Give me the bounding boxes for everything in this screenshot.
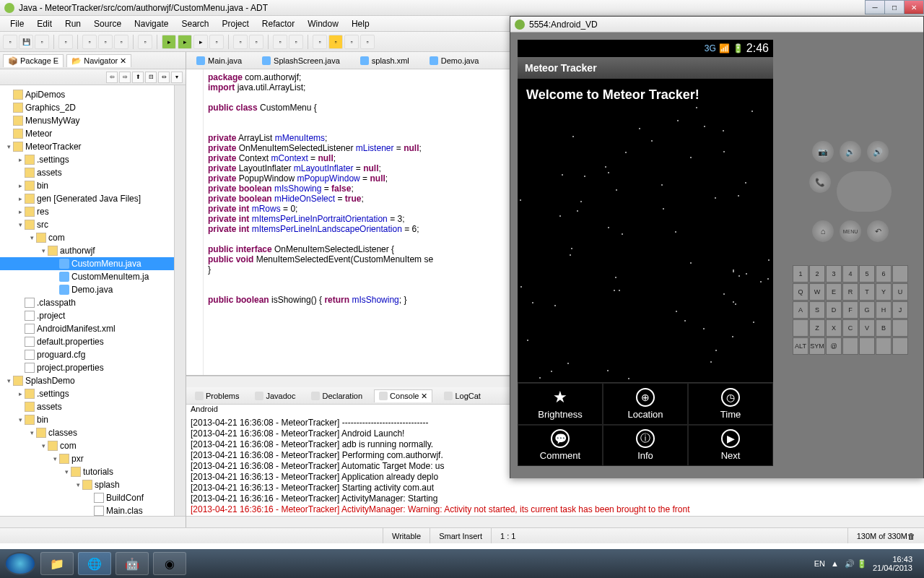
key[interactable] <box>876 337 892 355</box>
close-button[interactable]: ✕ <box>904 0 924 14</box>
tree-item[interactable]: ApiDemos <box>0 88 186 101</box>
cap-button[interactable]: ▫ <box>360 35 375 49</box>
tree-item[interactable]: ▾splash <box>0 478 186 491</box>
tree-item[interactable]: .classpath <box>0 296 186 309</box>
run-last-button[interactable]: ▸ <box>193 35 208 49</box>
key[interactable]: A <box>793 301 808 319</box>
key[interactable]: V <box>859 319 875 337</box>
key[interactable]: F <box>842 301 858 319</box>
tree-item[interactable]: CustomMenuItem.ja <box>0 270 186 283</box>
call-button[interactable]: 📞 <box>809 171 831 193</box>
minimize-button[interactable]: ─ <box>865 0 885 14</box>
back-button[interactable]: ⇦ <box>106 72 118 83</box>
emulator-screen[interactable]: 3G 📶 🔋 2:46 Meteor Tracker Welcome to Me… <box>518 40 773 466</box>
key[interactable]: 1 <box>793 265 808 282</box>
tree-item[interactable]: ▾com <box>0 439 186 452</box>
tree-item[interactable]: ▾SplashDemo <box>0 374 186 387</box>
key[interactable]: ALT <box>793 337 808 355</box>
key[interactable]: 4 <box>842 265 858 282</box>
new-project-button[interactable]: ▫ <box>138 35 152 49</box>
eclipse-task[interactable]: ◉ <box>153 552 186 575</box>
menu-edit[interactable]: Edit <box>31 17 58 30</box>
home-button[interactable]: ⌂ <box>812 220 834 242</box>
menu-time[interactable]: ◷Time <box>688 383 773 425</box>
chrome-task[interactable]: 🌐 <box>78 552 111 575</box>
menu-button[interactable]: ▾ <box>171 72 183 83</box>
key[interactable]: T <box>859 283 875 301</box>
tree-scrollbar[interactable] <box>174 85 186 516</box>
up-button[interactable]: ⬆ <box>132 72 144 83</box>
tree-item[interactable]: Meteor <box>0 127 186 140</box>
menu-help[interactable]: Help <box>346 17 375 30</box>
search-button[interactable]: ▫ <box>273 35 287 49</box>
start-button[interactable] <box>4 552 36 575</box>
sdk-button[interactable]: ▫ <box>82 35 97 49</box>
menu-comment[interactable]: 💬Comment <box>518 425 603 467</box>
external-tools-button[interactable]: ▫ <box>209 35 224 49</box>
collapse-button[interactable]: ⊟ <box>145 72 157 83</box>
open-type-button[interactable]: ▫ <box>249 35 263 49</box>
menu-hw-button[interactable]: MENU <box>840 220 861 242</box>
tree-item[interactable]: ▾MeteorTracker <box>0 140 186 153</box>
key[interactable]: Q <box>793 283 808 301</box>
menu-next[interactable]: ▶Next <box>688 425 773 467</box>
key[interactable]: X <box>826 319 842 337</box>
tree-hscroll[interactable] <box>0 516 186 527</box>
camera-button[interactable]: 📷 <box>812 141 834 163</box>
emulator-window[interactable]: 5554:Android_VD 3G 📶 🔋 2:46 Meteor Track… <box>510 16 924 478</box>
key[interactable] <box>793 319 808 337</box>
explorer-task[interactable]: 📁 <box>40 552 74 575</box>
menu-project[interactable]: Project <box>216 17 254 30</box>
annotation-button[interactable]: ▫ <box>289 35 303 49</box>
tree-item[interactable]: ▾com <box>0 231 186 244</box>
android-task[interactable]: 🤖 <box>116 552 149 575</box>
emulator-titlebar[interactable]: 5554:Android_VD <box>510 17 923 33</box>
menu-info[interactable]: ⓘInfo <box>603 425 688 467</box>
menu-location[interactable]: ⊕Location <box>603 383 688 425</box>
key[interactable]: SYM <box>809 337 825 355</box>
key[interactable] <box>892 337 908 355</box>
key[interactable] <box>842 337 858 355</box>
save-button[interactable]: 💾 <box>19 35 33 49</box>
key[interactable]: W <box>809 283 825 301</box>
key[interactable]: J <box>892 301 908 319</box>
menu-refactor[interactable]: Refactor <box>256 17 300 30</box>
vol-down-button[interactable]: 🔉 <box>840 141 861 163</box>
tray-time[interactable]: 16:43 <box>873 555 912 564</box>
editor-tab[interactable]: Demo.java <box>425 55 484 66</box>
tree-item[interactable]: proguard.cfg <box>0 348 186 361</box>
tree-item[interactable]: ▾authorwjf <box>0 244 186 257</box>
new-package-button[interactable]: ▫ <box>233 35 248 49</box>
back-hw-button[interactable]: ↶ <box>867 220 889 242</box>
menu-source[interactable]: Source <box>88 17 127 30</box>
editor-tab[interactable]: SplashScreen.java <box>258 55 344 66</box>
key[interactable]: Y <box>876 283 892 301</box>
tree-item[interactable]: AndroidManifest.xml <box>0 322 186 335</box>
key[interactable] <box>892 319 908 337</box>
key[interactable]: 3 <box>826 265 842 282</box>
tree-item[interactable]: project.properties <box>0 361 186 374</box>
editor-tab[interactable]: splash.xml <box>356 55 414 66</box>
package-explorer-tab[interactable]: 📦 Package E <box>3 54 64 67</box>
lint-button[interactable]: ▫ <box>114 35 128 49</box>
tree-item[interactable]: CustomMenu.java <box>0 257 186 270</box>
tray-date[interactable]: 21/04/2013 <box>873 564 912 572</box>
tree-item[interactable]: MenusMyWay <box>0 114 186 127</box>
key[interactable]: E <box>826 283 842 301</box>
menu-brightness[interactable]: ★Brightness <box>518 383 603 425</box>
avd-button[interactable]: ▫ <box>98 35 113 49</box>
key[interactable]: B <box>876 319 892 337</box>
tree-item[interactable]: ▸.settings <box>0 153 186 166</box>
editor-tab[interactable]: Main.java <box>192 55 246 66</box>
key[interactable]: G <box>859 301 875 319</box>
key[interactable]: H <box>876 301 892 319</box>
menu-window[interactable]: Window <box>302 17 344 30</box>
key[interactable]: @ <box>826 337 842 355</box>
navigator-tree[interactable]: ApiDemosGraphics_2DMenusMyWayMeteor▾Mete… <box>0 85 186 516</box>
menu-run[interactable]: Run <box>59 17 87 30</box>
key[interactable] <box>892 265 908 282</box>
build-button[interactable]: ▫ <box>58 35 73 49</box>
toggle-button[interactable]: ▫ <box>344 35 359 49</box>
tree-item[interactable]: ▾src <box>0 218 186 231</box>
menu-file[interactable]: File <box>4 17 30 30</box>
